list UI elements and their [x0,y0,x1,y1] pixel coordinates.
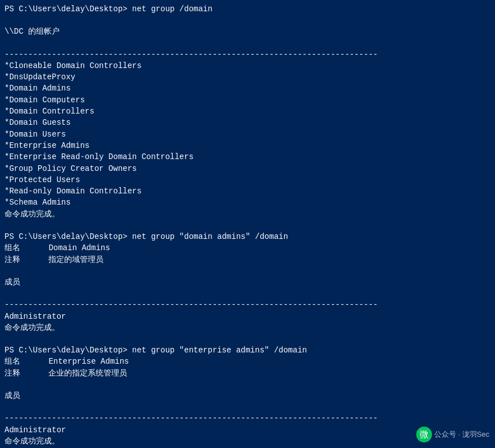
terminal-line: *Domain Admins [4,83,490,94]
terminal-line: *Domain Computers [4,94,490,106]
terminal-line: 成员 [4,390,490,401]
watermark: 微 公众号 · 泷羽Sec [416,427,489,442]
terminal-line [4,265,490,277]
terminal-line: \\DC 的组帐户 [4,26,490,37]
terminal-line [4,15,490,26]
terminal-line: PS C:\Users\delay\Desktop> net group "en… [4,345,490,356]
terminal-line [4,288,490,299]
terminal-line [4,38,490,49]
terminal-line: *Domain Controllers [4,106,490,117]
terminal-line: *Cloneable Domain Controllers [4,60,490,71]
terminal-line: 注释 企业的指定系统管理员 [4,368,490,379]
terminal-line: PS C:\Users\delay\Desktop> net group "do… [4,231,490,242]
terminal-line: 命令成功完成。 [4,209,490,220]
terminal-line [4,379,490,390]
terminal-line: 组名 Enterprise Admins [4,356,490,367]
terminal-line: 命令成功完成。 [4,322,490,333]
terminal-line: *DnsUpdateProxy [4,71,490,83]
terminal-line: PS C:\Users\delay\Desktop> net group /do… [4,3,490,15]
terminal-line: 注释 指定的域管理员 [4,254,490,265]
terminal-line: *Domain Guests [4,117,490,128]
terminal-line: ----------------------------------------… [4,49,490,60]
terminal-line: 成员 [4,277,490,288]
terminal-line: Administrator [4,311,490,322]
terminal-window[interactable]: PS C:\Users\delay\Desktop> net group /do… [0,0,495,448]
terminal-line: *Read-only Domain Controllers [4,185,490,197]
terminal-output: PS C:\Users\delay\Desktop> net group /do… [4,3,490,448]
watermark-icon: 微 [416,427,432,442]
terminal-line: *Enterprise Read-only Domain Controllers [4,151,490,162]
terminal-line: *Protected Users [4,174,490,185]
terminal-line: *Schema Admins [4,197,490,208]
terminal-line [4,220,490,231]
terminal-line: ----------------------------------------… [4,299,490,310]
terminal-line [4,401,490,413]
terminal-line: *Group Policy Creator Owners [4,163,490,174]
terminal-line: *Enterprise Admins [4,140,490,151]
terminal-line: ----------------------------------------… [4,413,490,424]
watermark-text: 公众号 · 泷羽Sec [434,429,489,440]
terminal-line [4,333,490,345]
terminal-line: *Domain Users [4,129,490,140]
terminal-line: 组名 Domain Admins [4,242,490,254]
